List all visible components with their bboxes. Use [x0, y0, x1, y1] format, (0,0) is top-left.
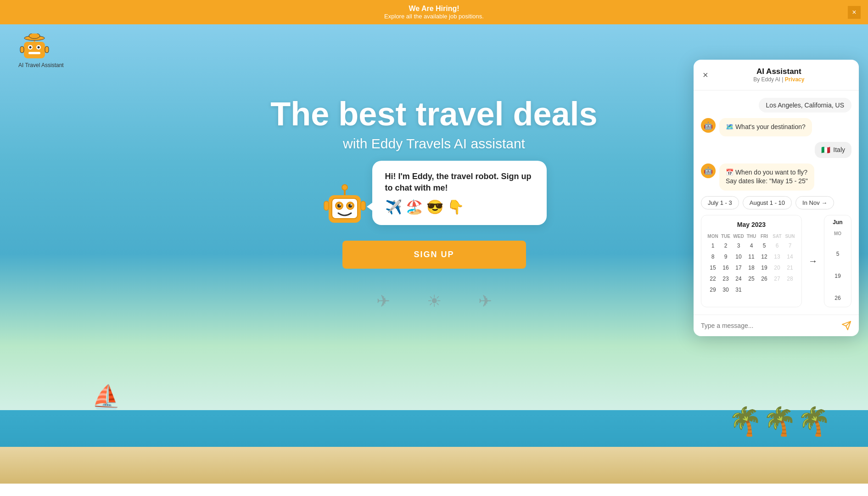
- banner-close-button[interactable]: ×: [848, 6, 861, 19]
- cal-day[interactable]: 20: [771, 263, 783, 273]
- cal-day[interactable]: 19: [758, 263, 770, 273]
- bot-message-dates: 🤖 📅 When do you want to fly?Say dates li…: [701, 163, 851, 191]
- cal-day[interactable]: 27: [771, 274, 783, 284]
- chat-messages: Los Angeles, California, US 🤖 🗺️ What's …: [694, 90, 859, 315]
- privacy-link[interactable]: Privacy: [785, 76, 805, 83]
- chat-header-title-area: AI Assistant By Eddy AI | Privacy: [708, 67, 850, 83]
- svg-rect-10: [20, 46, 24, 53]
- cal-day[interactable]: 25: [745, 274, 757, 284]
- cal-day[interactable]: 7: [784, 241, 796, 251]
- cal-day[interactable]: 15: [707, 263, 719, 273]
- cal-day[interactable]: 18: [745, 263, 757, 273]
- cal-day[interactable]: 2: [720, 241, 732, 251]
- bot-bubble-dates: 📅 When do you want to fly?Say dates like…: [719, 163, 814, 191]
- chat-input-area: [694, 315, 859, 336]
- cal-header-mo: MO: [827, 230, 848, 237]
- cal-day[interactable]: 3: [733, 241, 745, 251]
- cal-day[interactable]: 13: [771, 252, 783, 262]
- calendar-may-grid: MON TUE WED THU FRI SAT SUN 1 2 3 4 5 6 …: [707, 233, 796, 295]
- signup-button[interactable]: SIGN UP: [342, 241, 526, 269]
- svg-point-21: [342, 185, 347, 190]
- cal-day[interactable]: 26: [758, 274, 770, 284]
- palm-trees-icon: 🌴🌴🌴: [728, 405, 831, 438]
- calendar-nav[interactable]: →: [806, 215, 820, 307]
- cal-day[interactable]: 19: [827, 271, 848, 281]
- ai-chat-widget: × AI Assistant By Eddy AI | Privacy Los …: [694, 60, 859, 336]
- calendar-section: May 2023 MON TUE WED THU FRI SAT SUN 1 2…: [701, 215, 851, 307]
- boat-icon: ⛵: [92, 383, 120, 410]
- cal-day-empty: .: [771, 285, 783, 295]
- cal-day[interactable]: 10: [733, 252, 745, 262]
- location-pill: Los Angeles, California, US: [759, 98, 851, 113]
- quick-reply-august[interactable]: August 1 - 10: [743, 196, 792, 209]
- top-banner: We Are Hiring! Explore all the available…: [0, 0, 868, 24]
- svg-point-9: [29, 34, 40, 39]
- cal-day[interactable]: 6: [771, 241, 783, 251]
- cal-day[interactable]: 8: [707, 252, 719, 262]
- cal-day[interactable]: 29: [707, 285, 719, 295]
- svg-rect-23: [361, 201, 365, 210]
- robot-mascot: [322, 179, 368, 230]
- welcome-text: Hi! I'm Eddy, the travel robot. Sign up …: [385, 171, 534, 194]
- calendar-next-button[interactable]: →: [808, 256, 818, 266]
- svg-rect-11: [45, 46, 49, 53]
- calendar-may: May 2023 MON TUE WED THU FRI SAT SUN 1 2…: [701, 215, 802, 307]
- chat-subtitle: By Eddy AI | Privacy: [708, 76, 850, 83]
- cal-day[interactable]: 1: [707, 241, 719, 251]
- cal-header-wed: WED: [733, 233, 745, 240]
- calendar-june-grid: MO . 5 . 19 . 26: [827, 230, 848, 303]
- chat-input[interactable]: [701, 322, 837, 329]
- bot-avatar-2: 🤖: [701, 163, 716, 178]
- cal-day[interactable]: 28: [784, 274, 796, 284]
- cal-day[interactable]: 16: [720, 263, 732, 273]
- logo-text: AI Travel Assistant: [18, 62, 64, 68]
- svg-rect-5: [28, 52, 40, 54]
- bot-message-destination: 🤖 🗺️ What's your destination?: [701, 118, 851, 136]
- svg-point-18: [339, 204, 341, 205]
- beach-scene: ⛵ 🌴🌴🌴: [0, 337, 868, 484]
- plane-icon-1: ✈: [376, 292, 390, 311]
- cal-day[interactable]: 21: [784, 263, 796, 273]
- bot-avatar: 🤖: [701, 118, 716, 133]
- svg-point-3: [29, 46, 32, 49]
- cal-day[interactable]: 4: [745, 241, 757, 251]
- banner-subtitle: Explore all the available job positions.: [9, 13, 859, 20]
- chat-subtitle-by: By Eddy AI |: [753, 76, 783, 83]
- svg-point-19: [350, 204, 352, 205]
- chat-title: AI Assistant: [708, 67, 850, 76]
- cal-day[interactable]: 12: [758, 252, 770, 262]
- cal-day[interactable]: 5: [827, 249, 848, 259]
- bot-bubble-destination: 🗺️ What's your destination?: [719, 118, 812, 136]
- cal-day[interactable]: 11: [745, 252, 757, 262]
- cal-day-empty: .: [827, 260, 848, 270]
- cal-day[interactable]: 24: [733, 274, 745, 284]
- send-button[interactable]: [841, 321, 851, 331]
- cal-day[interactable]: 26: [827, 293, 848, 303]
- destination-question: What's your destination?: [735, 123, 806, 130]
- cal-day-empty: .: [784, 285, 796, 295]
- quick-reply-july[interactable]: July 1 - 3: [701, 196, 739, 209]
- cal-day-empty: .: [745, 285, 757, 295]
- cal-day-empty: .: [758, 285, 770, 295]
- cal-day[interactable]: 22: [707, 274, 719, 284]
- cal-day[interactable]: 30: [720, 285, 732, 295]
- sand-element: [0, 447, 868, 484]
- cal-day[interactable]: 5: [758, 241, 770, 251]
- quick-replies: July 1 - 3 August 1 - 10 In Nov →: [701, 196, 851, 209]
- plane-icon-2: ✈: [478, 292, 492, 311]
- chat-close-button[interactable]: ×: [703, 70, 708, 79]
- logo: AI Travel Assistant: [18, 34, 73, 68]
- quick-reply-nov[interactable]: In Nov →: [795, 196, 834, 209]
- cal-day-empty: .: [827, 238, 848, 248]
- calendar-june: Jun MO . 5 . 19 . 26: [824, 215, 851, 307]
- cal-day-empty: .: [827, 282, 848, 292]
- cal-header-fri: FRI: [758, 233, 770, 240]
- calendar-june-header: Jun: [827, 219, 848, 225]
- cal-day[interactable]: 31: [733, 285, 745, 295]
- cal-day[interactable]: 17: [733, 263, 745, 273]
- cal-day[interactable]: 14: [784, 252, 796, 262]
- welcome-chat-bubble: Hi! I'm Eddy, the travel robot. Sign up …: [372, 161, 547, 225]
- cal-day[interactable]: 23: [720, 274, 732, 284]
- cal-day[interactable]: 9: [720, 252, 732, 262]
- cal-header-sun: SUN: [784, 233, 796, 240]
